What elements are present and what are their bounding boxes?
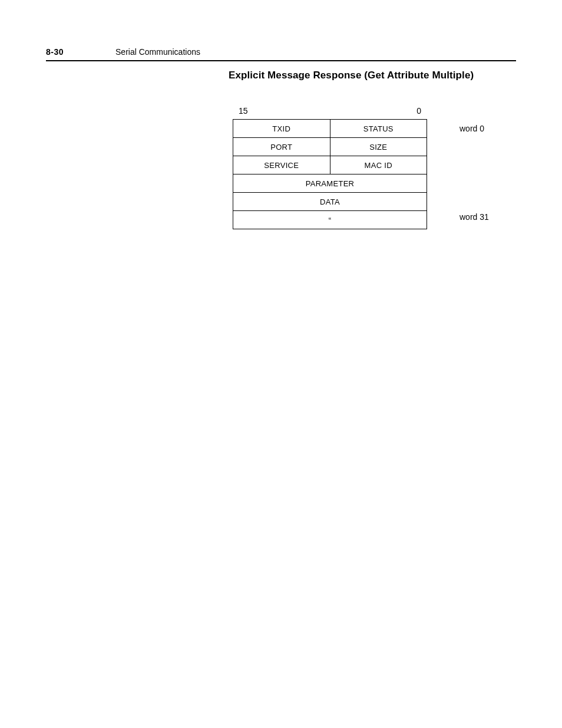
table-row: “ [233,211,427,229]
table-row: SERVICE MAC ID [233,156,427,174]
bit-labels: 15 0 [233,106,427,119]
cell-status: STATUS [330,120,427,138]
cell-service: SERVICE [233,156,330,174]
cell-port: PORT [233,138,330,156]
cell-txid: TXID [233,120,330,138]
table-row: TXID STATUS [233,120,427,138]
page: 8-30 Serial Communications Explicit Mess… [0,0,562,728]
header-rule [46,60,516,61]
packet-diagram: 15 0 TXID STATUS PORT SIZE SERVICE MAC I… [233,106,492,229]
cell-macid: MAC ID [330,156,427,174]
cell-data: DATA [233,193,427,211]
table-row: PORT SIZE [233,138,427,156]
section-title: Serial Communications [115,47,200,57]
table-row: PARAMETER [233,174,427,193]
page-number: 8-30 [46,47,64,57]
bit-low-label: 0 [416,106,421,116]
cell-continuation: “ [233,211,427,229]
bit-high-label: 15 [239,106,248,116]
word-label-end: word 31 [459,212,489,222]
packet-table: TXID STATUS PORT SIZE SERVICE MAC ID PAR… [233,119,427,229]
running-header: 8-30 Serial Communications [46,47,516,57]
word-label-start: word 0 [459,124,484,133]
subheading: Explicit Message Response (Get Attribute… [229,70,516,81]
cell-size: SIZE [330,138,427,156]
table-row: DATA [233,193,427,211]
cell-parameter: PARAMETER [233,174,427,193]
